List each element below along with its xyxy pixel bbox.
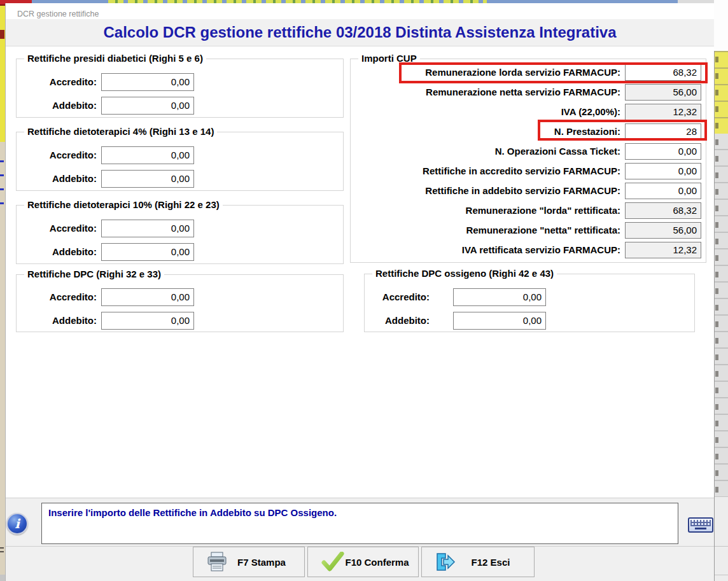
lorda-rettificata-field: 68,32 — [625, 202, 701, 219]
stampa-button[interactable]: F7 Stampa — [193, 547, 305, 577]
presidi-accredito-field[interactable]: 0,00 — [101, 73, 194, 91]
background-window-icon-fragment — [0, 30, 4, 39]
group-legend: Rettifiche dietoterapici 4% (Righi 13 e … — [24, 126, 217, 137]
group-legend: Rettifiche DPC ossigeno (Righi 42 e 43) — [372, 268, 557, 279]
conferma-button-label: F10 Conferma — [345, 557, 418, 568]
cup-row-label: IVA (22,00%): — [356, 104, 620, 120]
group-legend: Importi CUP — [358, 53, 420, 64]
background-grid-text-fragments — [715, 53, 718, 493]
cup-row-label: Remunerazione "netta" rettificata: — [356, 222, 620, 239]
ossigeno-accredito-field[interactable]: 0,00 — [453, 288, 546, 306]
keyboard-icon[interactable] — [688, 517, 713, 533]
presidi-addebito-field[interactable]: 0,00 — [101, 97, 194, 115]
background-dash — [0, 188, 4, 190]
iva-rettificata-field: 12,32 — [625, 242, 701, 258]
cup-row-label: N. Prestazioni: — [356, 123, 620, 140]
cup-row-label: Remunerazione "lorda" rettificata: — [356, 202, 620, 219]
n-prestazioni-field[interactable]: 28 — [625, 123, 701, 140]
page-title: Calcolo DCR gestione rettifiche 03/2018 … — [6, 19, 714, 46]
header-band: Calcolo DCR gestione rettifiche 03/2018 … — [6, 19, 714, 46]
cup-row-label: IVA rettificata servizio FARMACUP: — [356, 242, 620, 258]
n-operazioni-cassa-field[interactable]: 0,00 — [625, 143, 701, 160]
cup-row-label: N. Operazioni Cassa Ticket: — [356, 143, 620, 160]
background-window-left-edge — [0, 142, 5, 575]
addebito-label: Addebito: — [19, 97, 97, 115]
addebito-label: Addebito: — [340, 312, 430, 330]
addebito-label: Addebito: — [19, 243, 97, 261]
dieto4-addebito-field[interactable]: 0,00 — [101, 170, 194, 188]
background-window-left-edge-yellow — [0, 6, 5, 142]
dieto10-accredito-field[interactable]: 0,00 — [101, 220, 194, 237]
status-message-box: Inserire l'importo delle Rettifiche in A… — [41, 503, 678, 544]
accredito-label: Accredito: — [19, 146, 97, 164]
background-grid-top — [714, 0, 728, 51]
remunerazione-netta-field: 56,00 — [625, 84, 701, 101]
window-title: DCR gestione rettifiche — [17, 10, 99, 18]
background-grid-bottom — [715, 496, 728, 581]
printer-icon — [206, 552, 228, 572]
background-dash — [0, 174, 4, 176]
window-titlebar: DCR gestione rettifiche — [6, 3, 714, 19]
accredito-label: Accredito: — [340, 288, 430, 306]
status-message: Inserire l'importo delle Rettifiche in A… — [48, 507, 671, 518]
conferma-button[interactable]: F10 Conferma — [307, 547, 419, 577]
accredito-label: Accredito: — [19, 220, 97, 237]
cup-row-label: Rettifiche in accredito servizio FARMACU… — [356, 163, 620, 179]
dpc-accredito-field[interactable]: 0,00 — [101, 288, 194, 306]
dieto10-addebito-field[interactable]: 0,00 — [101, 243, 194, 261]
background-grid-line — [715, 575, 728, 575]
dcr-rettifiche-window: DCR gestione rettifiche Calcolo DCR gest… — [0, 0, 728, 581]
dieto4-accredito-field[interactable]: 0,00 — [101, 146, 194, 164]
netta-rettificata-field: 56,00 — [625, 222, 701, 239]
accredito-label: Accredito: — [19, 73, 97, 91]
rettifiche-addebito-farmacup-field[interactable]: 0,00 — [625, 183, 701, 199]
background-dash — [0, 160, 4, 162]
background-window-mark — [0, 547, 4, 549]
addebito-label: Addebito: — [19, 312, 97, 330]
addebito-label: Addebito: — [19, 170, 97, 188]
cup-row-label: Remunerazione lorda servizio FARMACUP: — [356, 64, 620, 81]
esci-button[interactable]: F12 Esci — [421, 547, 535, 577]
exit-icon — [435, 552, 456, 572]
background-grid-line — [715, 546, 728, 547]
background-dash — [0, 202, 4, 204]
accredito-label: Accredito: — [19, 288, 97, 306]
group-legend: Rettifiche presidi diabetici (Righi 5 e … — [24, 53, 206, 64]
rettifiche-accredito-farmacup-field[interactable]: 0,00 — [625, 163, 701, 179]
esci-button-label: F12 Esci — [456, 557, 534, 568]
check-icon — [321, 552, 345, 572]
background-window-left-edge-bottom — [0, 575, 5, 581]
stampa-button-label: F7 Stampa — [228, 557, 304, 568]
cup-row-label: Remunerazione netta servizio FARMACUP: — [356, 84, 620, 101]
ossigeno-addebito-field[interactable]: 0,00 — [453, 312, 546, 330]
group-legend: Rettifiche DPC (Righi 32 e 33) — [24, 269, 164, 279]
info-icon: i — [6, 513, 28, 535]
iva-field: 12,32 — [625, 104, 701, 120]
group-legend: Rettifiche dietoterapici 10% (Righi 22 e… — [24, 199, 223, 210]
remunerazione-lorda-field[interactable]: 68,32 — [625, 64, 701, 81]
dpc-addebito-field[interactable]: 0,00 — [101, 312, 194, 330]
cup-row-label: Rettifiche in addebito servizio FARMACUP… — [356, 183, 620, 199]
